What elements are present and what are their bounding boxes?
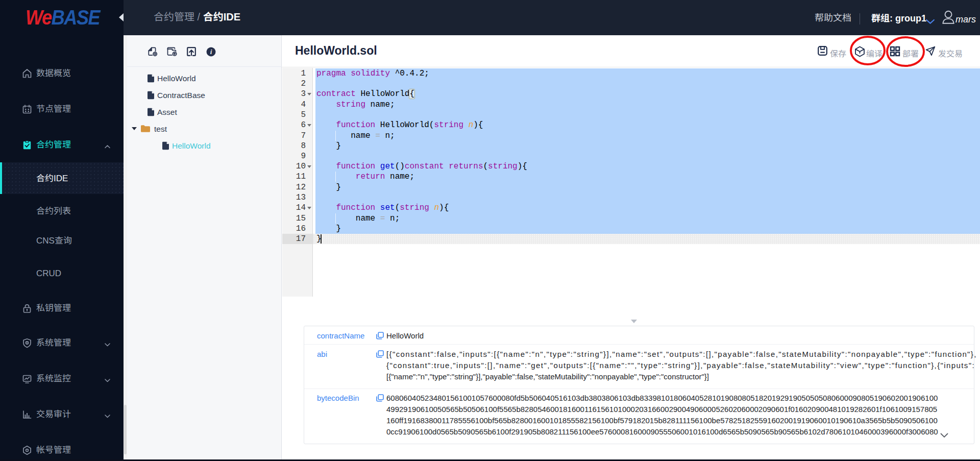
svg-text:i: i	[210, 48, 212, 56]
